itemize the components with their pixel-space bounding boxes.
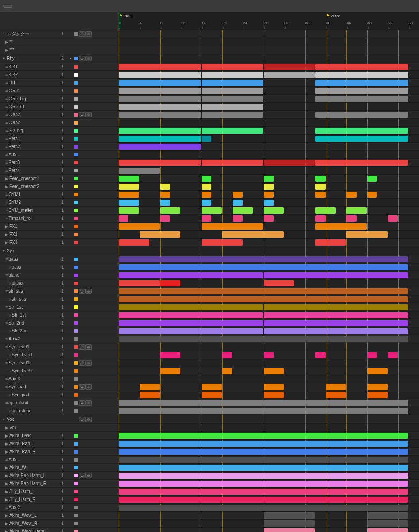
track-stc-btn-syn-lead2-grp[interactable]: ⏻	[79, 360, 85, 366]
pattern-seg-akira-rap-r-0[interactable]	[119, 449, 408, 455]
pattern-seg-timpani-3[interactable]	[233, 215, 242, 222]
pattern-seg-syn-lead1-5[interactable]	[388, 352, 398, 358]
track-stc-btn-rhy-group[interactable]: ⏻	[79, 56, 85, 61]
pattern-seg-str1-grp-0[interactable]	[119, 304, 263, 310]
pattern-seg-fx1-0[interactable]	[119, 223, 160, 230]
pattern-seg-timpani-4[interactable]	[264, 215, 273, 222]
pattern-seg-hh-1[interactable]	[202, 80, 263, 86]
pattern-seg-bass-grp-0[interactable]	[119, 256, 408, 262]
track-stc-btn-clap2[interactable]: ⏻	[79, 112, 85, 117]
sequence-start-button[interactable]	[3, 5, 12, 8]
pattern-area[interactable]	[119, 30, 419, 532]
pattern-seg-fx2-0[interactable]	[140, 231, 181, 238]
pattern-seg-perc-one1-1[interactable]	[202, 176, 211, 182]
pattern-seg-cym2-3[interactable]	[233, 200, 242, 206]
pattern-seg-syn-pad-grp-4[interactable]	[367, 384, 388, 390]
pattern-seg-akira-rap-l-0[interactable]	[119, 441, 408, 447]
pattern-seg-fx2-2[interactable]	[346, 231, 388, 238]
pattern-seg-str1-1[interactable]	[264, 312, 408, 318]
timeline-ruler[interactable]: ⚑the...⚑verse⚑/⚑hook⚑the...⚑ver...⚑/⚑hoc…	[119, 12, 419, 30]
pattern-seg-timpani-1[interactable]	[160, 215, 170, 222]
pattern-seg-cym2-0[interactable]	[119, 200, 139, 206]
pattern-seg-syn-pad-3[interactable]	[326, 392, 346, 398]
pattern-seg-syn-lead2-2[interactable]	[264, 368, 284, 374]
pattern-seg-piano-1[interactable]	[160, 280, 181, 286]
pattern-seg-akira-wow-r-1[interactable]	[367, 520, 408, 527]
pattern-seg-akira-w-0[interactable]	[119, 465, 408, 471]
pattern-seg-str-sus-grp-0[interactable]	[119, 288, 408, 294]
track-stc-btn-conductor[interactable]: ⏻	[79, 31, 85, 37]
pattern-seg-syn-lead1-2[interactable]	[264, 352, 273, 358]
pattern-seg-str2-1[interactable]	[264, 328, 408, 334]
pattern-seg-akira-woo-harm-l-1[interactable]	[367, 528, 408, 532]
pattern-seg-hh-0[interactable]	[119, 80, 201, 86]
pattern-seg-piano-2[interactable]	[264, 280, 294, 286]
track-stc-btn-akira-harm-l[interactable]: ⏻	[79, 473, 85, 478]
pattern-seg-perc-one1-4[interactable]	[367, 176, 377, 182]
pattern-seg-clap-fill-1[interactable]	[202, 104, 263, 110]
pattern-seg-hh-2[interactable]	[315, 80, 408, 86]
pattern-seg-cym2-2[interactable]	[202, 200, 211, 206]
pattern-seg-cym2-1[interactable]	[160, 200, 170, 206]
pattern-seg-akira-woo-harm-l-0[interactable]	[264, 528, 315, 532]
pattern-seg-str2-grp-0[interactable]	[119, 320, 263, 326]
pattern-seg-syn-lead2-0[interactable]	[160, 368, 181, 374]
pattern-seg-cym1-0[interactable]	[119, 192, 139, 198]
pattern-seg-akira-wow-r-0[interactable]	[264, 520, 315, 527]
pattern-seg-perc-one2-3[interactable]	[264, 184, 273, 190]
pattern-seg-syn-pad-2[interactable]	[264, 392, 284, 398]
pattern-seg-perc-one1-2[interactable]	[264, 176, 273, 182]
pattern-seg-jilly-harm-r-0[interactable]	[119, 497, 408, 503]
pattern-seg-timpani-2[interactable]	[202, 215, 211, 222]
pattern-seg-bass-0[interactable]	[119, 264, 408, 270]
pattern-seg-syn-lead2-1[interactable]	[222, 368, 232, 374]
track-csh-btn-ep-roland-grp[interactable]: ◎	[85, 400, 92, 406]
pattern-seg-syn-lead1-4[interactable]	[367, 352, 377, 358]
track-csh-btn-syn-lead2-grp[interactable]: ◎	[85, 360, 92, 366]
pattern-seg-perc4-0[interactable]	[119, 168, 160, 174]
pattern-seg-fx1-1[interactable]	[202, 223, 263, 230]
pattern-seg-cym1-5[interactable]	[315, 192, 325, 198]
pattern-seg-timpani-0[interactable]	[119, 215, 128, 222]
pattern-seg-klk1-0[interactable]	[119, 64, 201, 70]
pattern-seg-perc-one1-0[interactable]	[119, 176, 139, 182]
pattern-seg-cym1-3[interactable]	[233, 192, 242, 198]
pattern-seg-clap-big-0[interactable]	[119, 96, 201, 102]
pattern-seg-str1-0[interactable]	[119, 312, 263, 318]
pattern-seg-perc1-2[interactable]	[315, 136, 408, 142]
pattern-seg-klk2-1[interactable]	[202, 72, 263, 78]
pattern-seg-syn-lead1-0[interactable]	[160, 352, 181, 358]
pattern-seg-akira-harm-r-0[interactable]	[119, 481, 408, 487]
pattern-seg-clap-big-2[interactable]	[315, 96, 408, 102]
pattern-seg-syn-pad-1[interactable]	[202, 392, 222, 398]
track-csh-btn-akira-harm-l[interactable]: ◎	[85, 473, 92, 478]
pattern-seg-str2-grp-1[interactable]	[264, 320, 408, 326]
pattern-seg-syn-pad-grp-2[interactable]	[264, 384, 284, 390]
pattern-seg-piano-0[interactable]	[119, 280, 160, 286]
pattern-seg-cym2-4[interactable]	[264, 200, 273, 206]
pattern-seg-cym1-1[interactable]	[160, 192, 170, 198]
pattern-seg-syn-pad-4[interactable]	[367, 392, 388, 398]
pattern-seg-syn-pad-grp-1[interactable]	[202, 384, 222, 390]
pattern-seg-perc3-2[interactable]	[264, 160, 315, 166]
pattern-seg-klk1-2[interactable]	[264, 64, 315, 70]
pattern-seg-akira-lead-0[interactable]	[119, 433, 408, 439]
pattern-seg-fx2-1[interactable]	[222, 231, 284, 238]
track-stc-btn-vox-group[interactable]: ⏻	[79, 417, 85, 422]
pattern-seg-piano-grp-0[interactable]	[119, 272, 263, 278]
track-stc-btn-syn-pad-grp[interactable]: ⏻	[79, 384, 85, 390]
pattern-seg-klk2-3[interactable]	[315, 72, 408, 78]
pattern-seg-perc-one1-3[interactable]	[315, 176, 325, 182]
pattern-seg-str-sus-0[interactable]	[119, 296, 408, 302]
pattern-seg-sd-big-0[interactable]	[119, 128, 201, 134]
track-csh-btn-conductor[interactable]: ◎	[85, 31, 92, 37]
pattern-seg-akira-wow-l-1[interactable]	[367, 512, 408, 519]
track-csh-btn-rhy-group[interactable]: ◎	[85, 56, 92, 61]
pattern-seg-perc1-1[interactable]	[202, 136, 211, 142]
track-csh-btn-vox-group[interactable]: ◎	[85, 417, 92, 422]
pattern-seg-clap2-1[interactable]	[202, 112, 263, 118]
pattern-seg-klk1-1[interactable]	[202, 64, 263, 70]
pattern-seg-ep-roland-0[interactable]	[119, 408, 408, 414]
pattern-seg-clap-fill-0[interactable]	[119, 104, 201, 110]
pattern-seg-clap1-0[interactable]	[119, 88, 201, 94]
